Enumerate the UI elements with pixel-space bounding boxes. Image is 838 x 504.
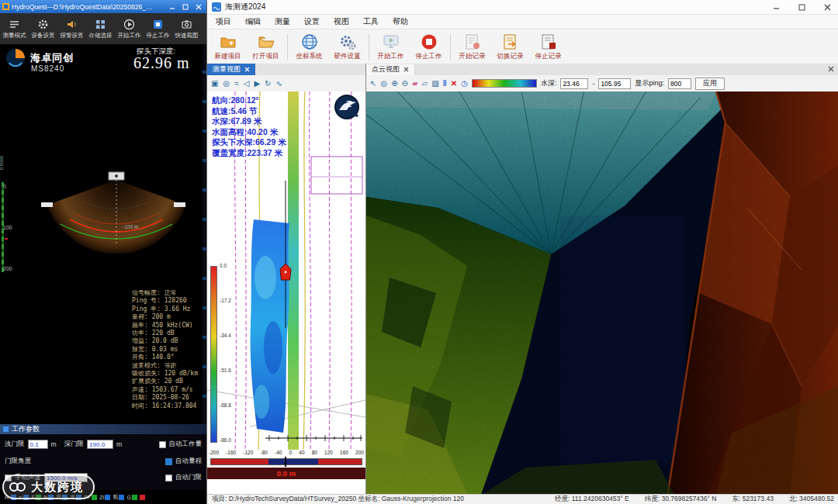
- zoom-out-icon[interactable]: ⊖: [402, 79, 408, 88]
- brush-tool-icon[interactable]: ▱: [422, 79, 428, 88]
- heading-readout: 航向:280.12°: [212, 95, 286, 106]
- sonar-display-area[interactable]: 海卓同创 MS8240 探头下深度: 62.96 m 0 5000 0 100 …: [0, 44, 206, 424]
- zoom-in-icon[interactable]: ⊕: [391, 79, 397, 88]
- auto-work-label: 自动工作量: [169, 440, 203, 449]
- window-title: 海测通2024: [225, 2, 265, 12]
- haicetong-statusbar: 项目: D:/HydroTechSurveyData/HTSurvey_2025…: [207, 494, 838, 504]
- next-ping-icon[interactable]: ▶: [254, 79, 260, 88]
- menu-view[interactable]: 视图: [327, 16, 356, 27]
- start-work-button[interactable]: 开始工作: [372, 33, 410, 61]
- longitude-readout: 经度: 111.2420630453° E: [555, 495, 629, 504]
- new-project-button[interactable]: 新建项目: [209, 33, 247, 61]
- work-panel-header: 工作参数: [0, 424, 206, 434]
- menu-help[interactable]: 帮助: [386, 16, 415, 27]
- auto-work-checkbox[interactable]: [159, 441, 166, 448]
- watermark-logo-icon: [9, 481, 26, 493]
- minimize-button[interactable]: [167, 2, 178, 12]
- menu-survey[interactable]: 测量: [268, 16, 297, 27]
- depth-range-label: 水深:: [541, 78, 557, 88]
- close-icon[interactable]: [403, 67, 409, 72]
- latitude-readout: 纬度: 30.7698257436° N: [645, 495, 717, 504]
- select-tool-icon[interactable]: ↖: [370, 79, 376, 88]
- deep-limit-label: 深门限: [64, 440, 85, 449]
- stop-work-button[interactable]: 停止工作: [144, 19, 172, 40]
- survey-tabbar: 测量视图: [207, 64, 365, 76]
- track-tool-icon[interactable]: ≈: [234, 79, 239, 88]
- depth-min-input[interactable]: [560, 78, 588, 89]
- open-project-button[interactable]: 打开项目: [247, 33, 285, 61]
- storage-select-button[interactable]: 存储选择: [86, 19, 115, 40]
- auto-range-label: 自动量程: [175, 457, 202, 466]
- close-icon[interactable]: [244, 67, 250, 72]
- fan-range-label: -100 m: [123, 224, 138, 230]
- clear-icon[interactable]: ✕: [451, 79, 457, 88]
- stop-record-icon: [539, 33, 558, 51]
- shallow-limit-input[interactable]: [28, 440, 48, 449]
- gate-angle-label: 门限角度: [5, 457, 31, 466]
- auto-range-checkbox[interactable]: [165, 458, 172, 465]
- brand-name: 海卓同创: [30, 51, 74, 65]
- menubar: 项目 编辑 测量 设置 视图 工具 帮助: [207, 15, 838, 29]
- haicetong-titlebar: 海测通2024: [207, 0, 838, 15]
- speed-readout: 航速:5.46 节: [212, 106, 286, 117]
- haicetong-window: 海测通2024 项目 编辑 测量 设置 视图 工具 帮助 新建项目 打开项目: [206, 0, 838, 504]
- prev-ping-icon[interactable]: ◁: [244, 79, 250, 88]
- wave-tool-icon[interactable]: ∿: [275, 79, 282, 88]
- stop-icon: [152, 19, 164, 30]
- stop-work-button[interactable]: 停止工作: [410, 33, 448, 61]
- refresh-icon[interactable]: ↻: [265, 79, 271, 88]
- ping-count-input[interactable]: [668, 78, 691, 89]
- close-button[interactable]: [816, 1, 838, 14]
- hydroquest-toolbar: 测量模式 设备设置 报警设置 存储选择 开始工作 停止工作: [0, 13, 206, 45]
- swath-offset-readout: 0.0 m: [207, 468, 365, 479]
- menu-project[interactable]: 项目: [209, 16, 238, 27]
- tab-point-cloud-view[interactable]: 点云视图: [366, 64, 415, 75]
- point-cloud-canvas[interactable]: [366, 91, 838, 494]
- apply-button[interactable]: 应用: [695, 78, 725, 90]
- survey-view-pane: 测量视图 ▣ ◎ ≈ ◁ ▶ ↻ ∿: [207, 64, 366, 494]
- survey-map-canvas[interactable]: 航向:280.12° 航速:5.46 节 水深:67.89 米 水面高程:40.…: [207, 91, 365, 450]
- globe-tool-icon[interactable]: ◎: [380, 79, 387, 88]
- mesh-tool-icon[interactable]: ▨: [431, 79, 438, 88]
- start-record-button[interactable]: 开始记录: [453, 33, 491, 61]
- pane-close-icon[interactable]: [828, 66, 834, 74]
- menu-edit[interactable]: 编辑: [238, 16, 268, 27]
- menu-settings[interactable]: 设置: [297, 16, 327, 27]
- close-button[interactable]: [193, 2, 204, 12]
- screen: HydroQuest—D:\HydroQuestData\20250826_… …: [0, 0, 838, 504]
- hardware-settings-button[interactable]: 硬件设置: [328, 33, 366, 61]
- screenshot-button[interactable]: 快速截图: [172, 19, 201, 40]
- pause-icon[interactable]: ‖: [443, 79, 447, 88]
- globe-tool-icon[interactable]: ◎: [223, 79, 230, 88]
- menu-tools[interactable]: 工具: [356, 16, 386, 27]
- status-alert-indicator: [140, 495, 145, 500]
- start-work-button[interactable]: 开始工作: [115, 19, 144, 40]
- deep-limit-input[interactable]: [87, 440, 113, 449]
- maximize-button[interactable]: [180, 2, 191, 12]
- swath-scale-ticks: -200-160 -120-80 -400 4080 120160 200: [207, 450, 365, 455]
- tab-survey-view[interactable]: 测量视图: [207, 64, 255, 75]
- toolbar-separator: [287, 34, 288, 60]
- coordinate-system-button[interactable]: 坐标系统: [290, 33, 328, 61]
- minimize-button[interactable]: [765, 1, 787, 14]
- swath-width-readout: 覆盖宽度:223.37 米: [212, 148, 286, 159]
- depth-max-input[interactable]: [598, 78, 631, 89]
- shallow-limit-unit: m: [51, 440, 57, 448]
- alarm-settings-button[interactable]: 报警设置: [57, 19, 86, 40]
- haicetong-app-icon: [212, 2, 221, 12]
- device-settings-button[interactable]: 设备设置: [29, 19, 57, 40]
- hydrotech-logo: [5, 47, 26, 69]
- cloud-toolbar: ↖ ◎ ⊕ ⊖ ▰ ▱ ▨ ‖ ✕ ◷ 水深: - 显示ping:: [366, 75, 838, 92]
- maximize-button[interactable]: [791, 1, 812, 14]
- ping-count-label: 显示ping:: [635, 78, 664, 88]
- stop-record-button[interactable]: 停止记录: [529, 33, 567, 61]
- switch-record-button[interactable]: 切换记录: [491, 33, 529, 61]
- sonar-fan[interactable]: -100 m: [0, 167, 206, 268]
- depth-below-transducer-readout: 探头下水深:66.29 米: [212, 137, 286, 148]
- select-tool-icon[interactable]: ▣: [211, 79, 218, 88]
- measure-mode-button[interactable]: 测量模式: [0, 19, 29, 40]
- gears-icon: [338, 33, 357, 51]
- auto-gate-checkbox[interactable]: [165, 475, 172, 482]
- history-clock-icon[interactable]: ◷: [461, 79, 468, 88]
- eraser-tool-icon[interactable]: ▰: [412, 79, 418, 88]
